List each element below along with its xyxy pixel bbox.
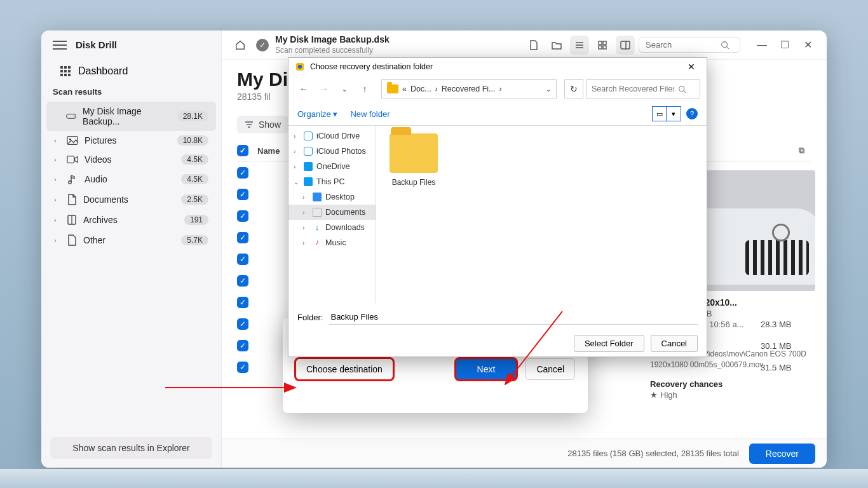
- svg-rect-4: [67, 156, 74, 163]
- dialog-close-button[interactable]: ✕: [682, 62, 700, 72]
- row-checkbox[interactable]: ✓: [237, 340, 248, 351]
- hamburger-icon[interactable]: [53, 41, 67, 50]
- folder-name-input[interactable]: [329, 309, 698, 325]
- footer-summary: 28135 files (158 GB) selected, 28135 fil…: [567, 449, 739, 458]
- scan-item-label: Videos: [85, 154, 112, 165]
- forward-button[interactable]: →: [315, 80, 333, 98]
- folder-icon: [387, 85, 398, 93]
- grid-view-icon[interactable]: [593, 36, 612, 55]
- show-in-explorer-button[interactable]: Show scan results in Explorer: [50, 437, 212, 459]
- count-pill: 10.8K: [177, 135, 208, 146]
- svg-rect-11: [621, 41, 630, 49]
- scan-item-label: Audio: [85, 174, 107, 184]
- search-input[interactable]: [646, 40, 715, 50]
- dashboard-label: Dashboard: [78, 65, 128, 77]
- recover-button[interactable]: Recover: [749, 444, 815, 464]
- chevron-right-icon: ›: [54, 196, 60, 203]
- app-title: Disk Drill: [76, 39, 117, 50]
- sidebar-item-dashboard[interactable]: Dashboard: [41, 59, 221, 83]
- count-pill: 4.5K: [181, 174, 208, 184]
- maximize-button[interactable]: ☐: [775, 36, 795, 55]
- app-small-icon: [295, 62, 305, 72]
- file-area[interactable]: Backup Files: [376, 126, 707, 303]
- organize-menu[interactable]: Organize ▾: [297, 109, 337, 119]
- tree-desktop[interactable]: ›Desktop: [288, 189, 376, 205]
- chevron-right-icon: ›: [54, 216, 60, 224]
- row-checkbox[interactable]: ✓: [237, 318, 248, 330]
- tree-this-pc[interactable]: ⌄This PC: [288, 174, 376, 189]
- page-icon[interactable]: [524, 36, 543, 55]
- open-external-icon[interactable]: ⧉: [799, 146, 811, 156]
- dialog-search-input[interactable]: [592, 85, 674, 93]
- folder-icon[interactable]: [547, 36, 566, 55]
- close-button[interactable]: ✕: [797, 36, 818, 55]
- row-checkbox[interactable]: ✓: [237, 297, 248, 308]
- chevron-right-icon: ›: [54, 156, 60, 163]
- svg-point-12: [722, 41, 728, 47]
- list-view-icon[interactable]: [570, 36, 589, 55]
- count-pill: 2.5K: [181, 194, 208, 205]
- row-checkbox[interactable]: ✓: [237, 254, 248, 265]
- cancel-button[interactable]: Cancel: [526, 358, 575, 380]
- scan-item-disk[interactable]: My Disk Image Backup... 28.1K: [46, 102, 216, 131]
- view-toggle[interactable]: ▭▾: [652, 106, 681, 121]
- chevron-right-icon: ›: [54, 137, 60, 144]
- tree-documents[interactable]: ›Documents: [288, 205, 376, 220]
- choose-destination-button[interactable]: Choose destination: [295, 358, 393, 380]
- search-box[interactable]: [639, 37, 740, 53]
- filter-icon: [245, 121, 254, 128]
- help-icon[interactable]: ?: [686, 108, 698, 119]
- scan-item-label: My Disk Image Backup...: [83, 106, 171, 126]
- minimize-button[interactable]: —: [752, 36, 772, 55]
- row-checkbox[interactable]: ✓: [237, 232, 248, 243]
- row-checkbox[interactable]: ✓: [237, 210, 248, 222]
- tree-icloud-photos[interactable]: ›iCloud Photos: [288, 144, 376, 159]
- scan-item-audio[interactable]: › Audio 4.5K: [46, 169, 216, 189]
- file-picker-dialog: Choose recovery destination folder ✕ ← →…: [288, 57, 707, 357]
- archive-icon: [67, 214, 77, 226]
- scan-item-pictures[interactable]: › Pictures 10.8K: [46, 131, 216, 150]
- recent-dropdown-icon[interactable]: ⌄: [336, 80, 353, 98]
- home-icon[interactable]: [231, 36, 250, 55]
- panel-view-icon[interactable]: [616, 36, 635, 55]
- grid-icon: [60, 66, 71, 76]
- dialog-search[interactable]: [586, 79, 700, 98]
- document-icon: [67, 194, 77, 205]
- up-button[interactable]: ↑: [356, 80, 374, 98]
- scan-item-label: Other: [83, 235, 105, 245]
- scan-item-archives[interactable]: › Archives 191: [46, 210, 216, 230]
- select-all-checkbox[interactable]: ✓: [237, 145, 248, 156]
- svg-rect-10: [603, 46, 606, 49]
- scan-results-list: My Disk Image Backup... 28.1K › Pictures…: [41, 99, 221, 253]
- refresh-button[interactable]: ↻: [564, 79, 583, 98]
- svg-point-15: [679, 86, 684, 91]
- row-checkbox[interactable]: ✓: [237, 362, 248, 373]
- tree-downloads[interactable]: ›↓Downloads: [288, 220, 376, 235]
- tree-icloud-drive[interactable]: ›iCloud Drive: [288, 128, 376, 144]
- count-pill: 4.5K: [181, 154, 208, 165]
- scan-item-documents[interactable]: › Documents 2.5K: [46, 189, 216, 210]
- breadcrumb[interactable]: « Doc...› Recovered Fi...› ⌄: [381, 79, 557, 98]
- svg-rect-8: [603, 41, 606, 44]
- new-folder-button[interactable]: New folder: [350, 109, 390, 119]
- folder-label: Folder:: [297, 313, 323, 322]
- next-button[interactable]: Next: [456, 358, 517, 380]
- show-filter-button[interactable]: Show: [237, 116, 288, 133]
- tree-music[interactable]: ›♪Music: [288, 235, 376, 250]
- svg-point-5: [69, 181, 71, 184]
- row-checkbox[interactable]: ✓: [237, 189, 248, 200]
- row-checkbox[interactable]: ✓: [237, 167, 248, 179]
- scan-item-videos[interactable]: › Videos 4.5K: [46, 150, 216, 169]
- search-icon: [721, 41, 729, 50]
- back-button[interactable]: ←: [295, 80, 313, 98]
- chevron-right-icon: ›: [54, 236, 60, 244]
- select-folder-button[interactable]: Select Folder: [574, 335, 644, 352]
- count-pill: 191: [184, 215, 208, 225]
- tree-onedrive[interactable]: ›OneDrive: [288, 159, 376, 174]
- folder-backup-files[interactable]: Backup Files: [384, 133, 444, 295]
- dialog-cancel-button[interactable]: Cancel: [651, 335, 698, 352]
- topbar-subtitle: Scan completed successfully: [275, 46, 390, 55]
- footer-bar: 28135 files (158 GB) selected, 28135 fil…: [222, 438, 827, 468]
- scan-item-other[interactable]: › Other 5.7K: [46, 230, 216, 250]
- row-checkbox[interactable]: ✓: [237, 275, 248, 287]
